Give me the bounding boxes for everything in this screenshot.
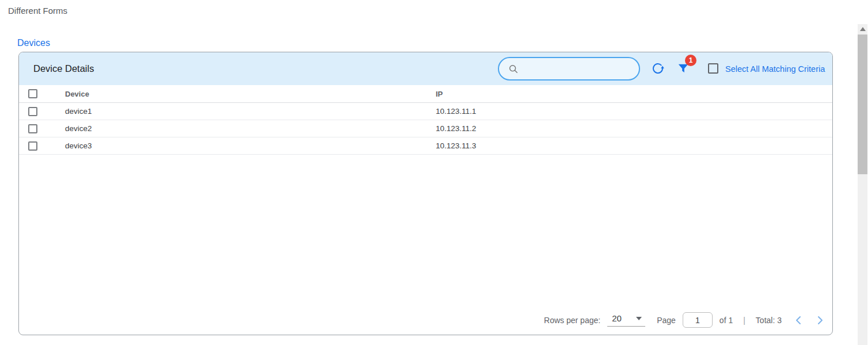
card-header: Device Details 1 Select All Matching Cri…	[19, 52, 832, 85]
card-title: Device Details	[33, 63, 94, 74]
chevron-down-icon	[636, 317, 642, 320]
search-icon	[508, 64, 519, 74]
page-label: Page	[657, 316, 676, 325]
scrollbar-up-button[interactable]	[858, 24, 867, 34]
row-checkbox[interactable]	[28, 141, 37, 151]
devices-link[interactable]: Devices	[17, 38, 50, 48]
select-all-rows-checkbox[interactable]	[28, 89, 37, 98]
page-count-label: of 1	[719, 316, 733, 325]
table-row: device1 10.123.11.1	[19, 103, 832, 120]
table-header-row: Device IP	[19, 85, 832, 103]
vertical-scrollbar[interactable]	[858, 24, 867, 345]
column-header-ip: IP	[436, 90, 832, 98]
total-count-label: Total: 3	[756, 316, 782, 325]
ip-cell: 10.123.11.1	[436, 107, 832, 116]
table-row: device3 10.123.11.3	[19, 137, 832, 155]
search-box[interactable]	[498, 57, 640, 80]
pagination-bar: Rows per page: 20 Page of 1 | Total: 3	[544, 312, 823, 328]
select-all-matching-label[interactable]: Select All Matching Criteria	[725, 64, 825, 74]
device-cell: device2	[65, 124, 436, 133]
row-checkbox[interactable]	[28, 107, 37, 116]
triangle-up-icon	[860, 27, 866, 31]
search-input[interactable]	[524, 64, 632, 74]
rows-per-page-value: 20	[612, 313, 622, 323]
pagination-divider: |	[743, 316, 745, 325]
refresh-icon	[651, 62, 665, 75]
table-row: device2 10.123.11.2	[19, 120, 832, 137]
device-details-card: Device Details 1 Select All Matching Cri…	[18, 52, 833, 335]
column-header-device: Device	[65, 90, 436, 98]
scrollbar-thumb[interactable]	[858, 34, 867, 174]
rows-per-page-label: Rows per page:	[544, 316, 600, 325]
device-cell: device3	[65, 141, 436, 150]
ip-cell: 10.123.11.3	[436, 141, 832, 150]
ip-cell: 10.123.11.2	[436, 124, 832, 133]
chevron-left-icon	[795, 316, 801, 325]
previous-page-button[interactable]	[795, 316, 801, 325]
select-all-matching-checkbox[interactable]	[708, 63, 718, 74]
chevron-right-icon	[817, 316, 823, 325]
next-page-button[interactable]	[817, 316, 823, 325]
page-input[interactable]	[683, 312, 713, 328]
filter-badge: 1	[685, 55, 696, 66]
refresh-button[interactable]	[651, 62, 665, 75]
row-checkbox[interactable]	[28, 124, 37, 133]
rows-per-page-select[interactable]: 20	[607, 313, 645, 327]
device-cell: device1	[65, 107, 436, 116]
page-title: Different Forms	[8, 6, 67, 16]
